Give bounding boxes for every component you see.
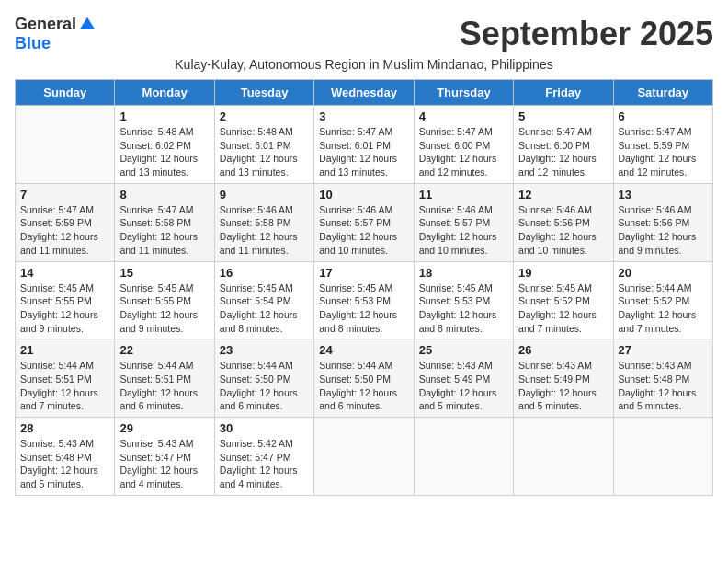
day-number: 2 xyxy=(220,109,309,123)
calendar-cell: 26Sunrise: 5:43 AM Sunset: 5:49 PM Dayli… xyxy=(514,339,613,418)
day-header-friday: Friday xyxy=(514,80,613,106)
calendar-cell: 17Sunrise: 5:45 AM Sunset: 5:53 PM Dayli… xyxy=(314,261,414,339)
calendar-cell: 28Sunrise: 5:43 AM Sunset: 5:48 PM Dayli… xyxy=(16,418,115,496)
calendar-week-5: 28Sunrise: 5:43 AM Sunset: 5:48 PM Dayli… xyxy=(16,418,713,496)
day-number: 19 xyxy=(518,266,608,280)
day-info: Sunrise: 5:46 AM Sunset: 5:58 PM Dayligh… xyxy=(220,203,309,258)
day-number: 18 xyxy=(419,266,508,280)
calendar-cell: 18Sunrise: 5:45 AM Sunset: 5:53 PM Dayli… xyxy=(414,261,513,339)
day-number: 22 xyxy=(119,343,209,357)
calendar-cell: 25Sunrise: 5:43 AM Sunset: 5:49 PM Dayli… xyxy=(414,339,513,418)
calendar-cell: 24Sunrise: 5:44 AM Sunset: 5:50 PM Dayli… xyxy=(314,339,414,418)
day-info: Sunrise: 5:43 AM Sunset: 5:48 PM Dayligh… xyxy=(619,359,708,413)
day-header-saturday: Saturday xyxy=(613,80,712,106)
day-info: Sunrise: 5:47 AM Sunset: 5:59 PM Dayligh… xyxy=(619,125,708,179)
day-info: Sunrise: 5:44 AM Sunset: 5:51 PM Dayligh… xyxy=(119,359,209,413)
day-number: 9 xyxy=(220,188,309,201)
day-header-tuesday: Tuesday xyxy=(214,80,313,106)
day-header-sunday: Sunday xyxy=(16,80,115,106)
day-number: 28 xyxy=(20,421,109,435)
calendar-cell xyxy=(314,418,414,496)
day-info: Sunrise: 5:45 AM Sunset: 5:55 PM Dayligh… xyxy=(20,282,109,336)
calendar-cell: 11Sunrise: 5:46 AM Sunset: 5:57 PM Dayli… xyxy=(414,183,513,261)
calendar-cell: 4Sunrise: 5:47 AM Sunset: 6:00 PM Daylig… xyxy=(414,106,513,184)
calendar-cell: 22Sunrise: 5:44 AM Sunset: 5:51 PM Dayli… xyxy=(115,339,214,418)
month-title: September 2025 xyxy=(460,15,713,53)
svg-marker-0 xyxy=(80,17,96,29)
day-info: Sunrise: 5:47 AM Sunset: 5:58 PM Dayligh… xyxy=(119,203,209,258)
day-info: Sunrise: 5:43 AM Sunset: 5:49 PM Dayligh… xyxy=(419,359,508,413)
day-info: Sunrise: 5:42 AM Sunset: 5:47 PM Dayligh… xyxy=(220,437,309,491)
day-number: 29 xyxy=(119,421,209,435)
day-number: 8 xyxy=(119,188,209,201)
day-info: Sunrise: 5:47 AM Sunset: 5:59 PM Dayligh… xyxy=(20,203,109,258)
calendar-cell: 19Sunrise: 5:45 AM Sunset: 5:52 PM Dayli… xyxy=(514,261,613,339)
calendar-cell: 29Sunrise: 5:43 AM Sunset: 5:47 PM Dayli… xyxy=(115,418,214,496)
day-number: 3 xyxy=(319,109,408,123)
day-info: Sunrise: 5:45 AM Sunset: 5:53 PM Dayligh… xyxy=(419,282,508,336)
logo-blue-text: Blue xyxy=(15,34,51,53)
calendar-week-1: 1Sunrise: 5:48 AM Sunset: 6:02 PM Daylig… xyxy=(16,106,713,184)
calendar-cell: 12Sunrise: 5:46 AM Sunset: 5:56 PM Dayli… xyxy=(514,183,613,261)
calendar-cell: 15Sunrise: 5:45 AM Sunset: 5:55 PM Dayli… xyxy=(115,261,214,339)
calendar-cell xyxy=(613,418,712,496)
header: General Blue September 2025 xyxy=(15,15,713,53)
calendar-cell xyxy=(16,106,115,184)
day-info: Sunrise: 5:44 AM Sunset: 5:50 PM Dayligh… xyxy=(319,359,408,413)
calendar-cell: 10Sunrise: 5:46 AM Sunset: 5:57 PM Dayli… xyxy=(314,183,414,261)
day-number: 5 xyxy=(518,109,608,123)
calendar-cell: 13Sunrise: 5:46 AM Sunset: 5:56 PM Dayli… xyxy=(613,183,712,261)
calendar-cell: 7Sunrise: 5:47 AM Sunset: 5:59 PM Daylig… xyxy=(16,183,115,261)
day-number: 11 xyxy=(419,188,508,201)
day-number: 16 xyxy=(220,266,309,280)
calendar-cell: 23Sunrise: 5:44 AM Sunset: 5:50 PM Dayli… xyxy=(214,339,313,418)
calendar-cell: 9Sunrise: 5:46 AM Sunset: 5:58 PM Daylig… xyxy=(214,183,313,261)
day-headers-row: SundayMondayTuesdayWednesdayThursdayFrid… xyxy=(16,80,713,106)
day-info: Sunrise: 5:45 AM Sunset: 5:55 PM Dayligh… xyxy=(119,282,209,336)
logo-icon xyxy=(78,16,97,34)
day-info: Sunrise: 5:43 AM Sunset: 5:48 PM Dayligh… xyxy=(20,437,109,491)
calendar-cell: 6Sunrise: 5:47 AM Sunset: 5:59 PM Daylig… xyxy=(613,106,712,184)
logo: General Blue xyxy=(15,15,97,53)
calendar-cell: 30Sunrise: 5:42 AM Sunset: 5:47 PM Dayli… xyxy=(214,418,313,496)
day-number: 4 xyxy=(419,109,508,123)
calendar-table: SundayMondayTuesdayWednesdayThursdayFrid… xyxy=(15,79,713,496)
day-header-monday: Monday xyxy=(115,80,214,106)
day-header-wednesday: Wednesday xyxy=(314,80,414,106)
calendar-week-2: 7Sunrise: 5:47 AM Sunset: 5:59 PM Daylig… xyxy=(16,183,713,261)
calendar-cell: 2Sunrise: 5:48 AM Sunset: 6:01 PM Daylig… xyxy=(214,106,313,184)
day-number: 12 xyxy=(518,188,608,201)
day-info: Sunrise: 5:48 AM Sunset: 6:02 PM Dayligh… xyxy=(119,125,209,179)
day-number: 13 xyxy=(619,188,708,201)
day-number: 23 xyxy=(220,343,309,357)
day-info: Sunrise: 5:46 AM Sunset: 5:57 PM Dayligh… xyxy=(319,203,408,258)
day-number: 10 xyxy=(319,188,408,201)
day-number: 21 xyxy=(20,343,109,357)
day-number: 1 xyxy=(119,109,209,123)
day-number: 7 xyxy=(20,188,109,201)
calendar-cell: 16Sunrise: 5:45 AM Sunset: 5:54 PM Dayli… xyxy=(214,261,313,339)
day-info: Sunrise: 5:43 AM Sunset: 5:47 PM Dayligh… xyxy=(119,437,209,491)
subtitle: Kulay-Kulay, Autonomous Region in Muslim… xyxy=(15,57,713,72)
day-number: 27 xyxy=(619,343,708,357)
day-info: Sunrise: 5:45 AM Sunset: 5:54 PM Dayligh… xyxy=(220,282,309,336)
calendar-cell xyxy=(414,418,513,496)
day-info: Sunrise: 5:43 AM Sunset: 5:49 PM Dayligh… xyxy=(518,359,608,413)
day-number: 17 xyxy=(319,266,408,280)
day-number: 30 xyxy=(220,421,309,435)
calendar-cell: 14Sunrise: 5:45 AM Sunset: 5:55 PM Dayli… xyxy=(16,261,115,339)
calendar-cell: 20Sunrise: 5:44 AM Sunset: 5:52 PM Dayli… xyxy=(613,261,712,339)
calendar-cell: 27Sunrise: 5:43 AM Sunset: 5:48 PM Dayli… xyxy=(613,339,712,418)
day-number: 15 xyxy=(119,266,209,280)
day-number: 26 xyxy=(518,343,608,357)
day-info: Sunrise: 5:46 AM Sunset: 5:56 PM Dayligh… xyxy=(619,203,708,258)
day-header-thursday: Thursday xyxy=(414,80,513,106)
day-number: 20 xyxy=(619,266,708,280)
calendar-cell: 3Sunrise: 5:47 AM Sunset: 6:01 PM Daylig… xyxy=(314,106,414,184)
calendar-cell: 8Sunrise: 5:47 AM Sunset: 5:58 PM Daylig… xyxy=(115,183,214,261)
day-info: Sunrise: 5:44 AM Sunset: 5:51 PM Dayligh… xyxy=(20,359,109,413)
day-info: Sunrise: 5:45 AM Sunset: 5:52 PM Dayligh… xyxy=(518,282,608,336)
day-info: Sunrise: 5:47 AM Sunset: 6:01 PM Dayligh… xyxy=(319,125,408,179)
day-number: 14 xyxy=(20,266,109,280)
day-info: Sunrise: 5:46 AM Sunset: 5:57 PM Dayligh… xyxy=(419,203,508,258)
